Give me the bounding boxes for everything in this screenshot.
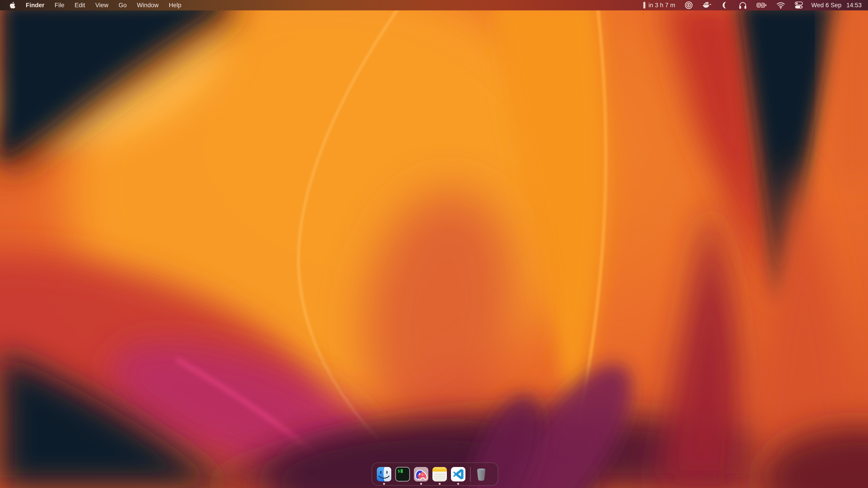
clock-date: Wed 6 Sep — [811, 2, 841, 9]
timer-progress-icon — [643, 2, 645, 8]
dock-item-trash[interactable] — [474, 467, 487, 482]
menu-bar: Finder File Edit View Go Window Help in … — [0, 0, 868, 10]
dock: $ — [372, 462, 498, 486]
menu-window[interactable]: Window — [137, 2, 159, 9]
menu-file[interactable]: File — [55, 2, 65, 9]
dock-item-arc[interactable] — [414, 467, 429, 482]
running-indicator — [439, 483, 441, 485]
menu-bar-status: in 3 h 7 m — [643, 1, 862, 9]
running-indicator — [420, 483, 422, 485]
wifi-icon[interactable] — [776, 2, 785, 8]
dock-item-finder[interactable] — [377, 467, 392, 482]
dock-item-notes[interactable] — [432, 467, 447, 482]
running-indicator — [457, 483, 459, 485]
desktop: Finder File Edit View Go Window Help in … — [0, 0, 868, 488]
docker-icon[interactable] — [702, 1, 712, 9]
headphones-icon[interactable] — [739, 1, 747, 9]
concentric-rings-icon[interactable] — [685, 1, 693, 9]
battery-charging-icon[interactable] — [756, 2, 767, 8]
control-center-icon[interactable] — [795, 1, 803, 9]
menu-clock[interactable]: Wed 6 Sep 14:53 — [811, 2, 862, 9]
menu-go[interactable]: Go — [119, 2, 127, 9]
svg-text:$: $ — [398, 468, 400, 473]
running-indicator — [383, 483, 385, 485]
clock-time: 14:53 — [846, 2, 862, 9]
menu-bar-left: Finder File Edit View Go Window Help — [9, 2, 181, 9]
timer-label: in 3 h 7 m — [649, 2, 675, 9]
menu-help[interactable]: Help — [169, 2, 182, 9]
dock-item-terminal[interactable]: $ — [395, 467, 410, 482]
focus-moon-icon[interactable] — [721, 1, 729, 9]
menu-active-app[interactable]: Finder — [26, 2, 44, 9]
apple-menu-icon[interactable] — [9, 2, 16, 9]
wallpaper-ventura — [0, 0, 868, 488]
dock-separator — [470, 467, 471, 482]
status-timer[interactable]: in 3 h 7 m — [643, 2, 675, 9]
menu-edit[interactable]: Edit — [74, 2, 85, 9]
menu-view[interactable]: View — [95, 2, 108, 9]
dock-item-vscode[interactable] — [451, 467, 466, 482]
